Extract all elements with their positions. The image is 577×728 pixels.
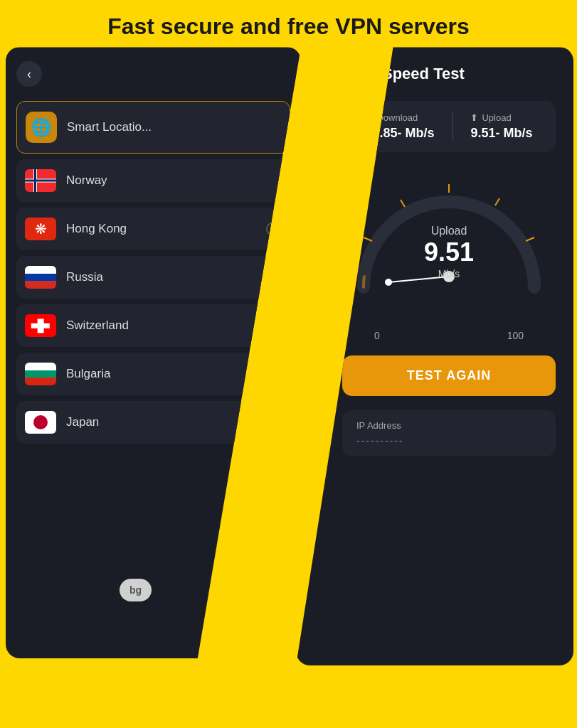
list-item[interactable]: Bulgaria bbox=[16, 353, 290, 395]
bg-badge: bg bbox=[120, 579, 152, 601]
speedometer: Upload 9.51 Mb/s bbox=[342, 166, 556, 316]
download-value: 32.85- Mb/s bbox=[365, 126, 434, 141]
download-icon: ⬇ bbox=[365, 112, 373, 123]
page-header: Fast secure and free VPN servers bbox=[0, 0, 577, 47]
gauge-unit: Mb/s bbox=[438, 268, 460, 279]
speed-info-box: ⬇ Download 32.85- Mb/s ⬆ Upload 9.51- Mb… bbox=[342, 101, 556, 152]
radio-circle bbox=[266, 367, 280, 381]
test-again-button[interactable]: TEST AGAIN bbox=[342, 355, 556, 396]
hongkong-flag-icon: ❋ bbox=[25, 218, 56, 240]
radio-circle bbox=[266, 415, 280, 429]
svg-line-1 bbox=[401, 200, 405, 207]
ip-section: IP Address ---------- bbox=[342, 410, 556, 456]
list-item[interactable]: Japan bbox=[16, 401, 290, 444]
switzerland-label: Switzerland bbox=[66, 318, 129, 333]
radio-circle bbox=[266, 222, 280, 236]
list-item[interactable]: Russia bbox=[16, 256, 290, 299]
norway-flag-icon bbox=[25, 169, 56, 192]
upload-icon: ⬆ bbox=[470, 112, 478, 123]
smart-location-item[interactable]: 🌐 Smart Locatio... bbox=[16, 101, 290, 154]
scale-min: 0 bbox=[374, 330, 380, 341]
radio-circle bbox=[266, 318, 280, 333]
japan-label: Japan bbox=[66, 415, 99, 429]
ip-label: IP Address bbox=[356, 420, 541, 431]
main-content: ‹ 🌐 Smart Locatio... Norway bbox=[0, 47, 577, 715]
smart-location-label: Smart Locatio... bbox=[67, 120, 152, 134]
hongkong-label: Hong Kong bbox=[66, 222, 127, 236]
russia-flag-icon bbox=[25, 266, 56, 289]
download-stat: ⬇ Download 32.85- Mb/s bbox=[365, 112, 434, 141]
upload-stat: ⬆ Upload 9.51- Mb/s bbox=[470, 112, 532, 141]
gauge-value: 9.51 bbox=[424, 237, 474, 267]
list-item[interactable]: Switzerland bbox=[16, 304, 290, 347]
gauge-label: Upload bbox=[431, 225, 467, 237]
speed-scale: 0 100 bbox=[335, 330, 563, 341]
svg-point-7 bbox=[385, 279, 392, 286]
speed-test-title: Speed Test bbox=[382, 65, 465, 83]
globe-icon: 🌐 bbox=[26, 112, 57, 143]
download-label: ⬇ Download bbox=[365, 112, 418, 123]
right-panel: ‹ Speed Test ⬇ Download 32.85- Mb/s ⬆ Up… bbox=[296, 47, 573, 665]
japan-flag-icon bbox=[25, 411, 56, 434]
bulgaria-flag-icon bbox=[25, 363, 56, 385]
norway-label: Norway bbox=[66, 173, 107, 188]
ip-value: ---------- bbox=[356, 435, 541, 446]
speed-test-header: ‹ Speed Test bbox=[335, 61, 563, 87]
radio-circle bbox=[266, 270, 280, 284]
upload-value: 9.51- Mb/s bbox=[470, 126, 532, 141]
russia-label: Russia bbox=[66, 270, 103, 284]
back-button-left[interactable]: ‹ bbox=[16, 61, 42, 87]
speed-divider bbox=[452, 112, 453, 141]
speed-center-display: Upload 9.51 Mb/s bbox=[424, 225, 474, 280]
list-item[interactable]: Norway bbox=[16, 159, 290, 202]
svg-line-3 bbox=[495, 198, 499, 205]
list-item[interactable]: ❋ Hong Kong bbox=[16, 208, 290, 250]
bulgaria-label: Bulgaria bbox=[66, 367, 110, 381]
swiss-flag-icon bbox=[25, 314, 56, 337]
upload-label: ⬆ Upload bbox=[470, 112, 511, 123]
back-button-right[interactable]: ‹ bbox=[342, 61, 368, 87]
location-list: 🌐 Smart Locatio... Norway ❋ Hon bbox=[16, 101, 290, 444]
scale-max: 100 bbox=[507, 330, 524, 341]
left-panel: ‹ 🌐 Smart Locatio... Norway bbox=[6, 47, 301, 658]
